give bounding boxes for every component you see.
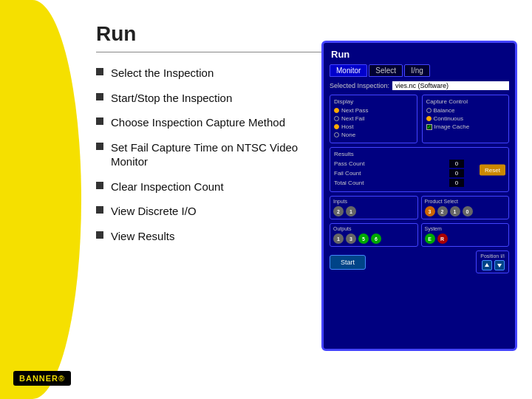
list-item: Select the Inspection [96, 66, 325, 81]
svg-marker-1 [497, 264, 502, 267]
capture-control-box: Capture Control Balance Continuous ✓ Ima… [422, 95, 510, 143]
input-dot-2: 2 [333, 206, 344, 216]
tab-ing[interactable]: I/ng [404, 64, 430, 77]
reset-button[interactable]: Reset [480, 164, 505, 175]
results-box: Results Pass Count 0 Fail Count 0 Total … [330, 147, 509, 192]
tab-select[interactable]: Select [369, 64, 403, 77]
position-box: Position I/I [476, 250, 509, 273]
selected-inspection-value: vies.nc (Software) [392, 81, 509, 90]
inputs-product-row: Inputs 2 1 Product Select 3 2 1 0 [330, 196, 509, 219]
sys-dot-r: R [437, 233, 448, 244]
inputs-dots: 2 1 [333, 206, 415, 216]
bullet-text: Choose Inspection Capture Method [111, 115, 285, 130]
system-dots: E R [425, 233, 506, 244]
bullet-text: Select the Inspection [111, 66, 214, 81]
none-label: None [341, 132, 355, 138]
host-label: Host [341, 123, 353, 130]
capture-continuous[interactable]: Continuous [426, 115, 505, 122]
inputs-box: Inputs 2 1 [330, 196, 418, 219]
bullet-text: Clear Inspection Count [111, 180, 224, 194]
image-cache-row[interactable]: ✓ Image Cache [426, 123, 505, 130]
out-dot-6: 6 [371, 233, 381, 244]
outputs-system-row: Outputs 1 3 5 6 System E R [330, 223, 509, 247]
system-box: System E R [421, 223, 510, 247]
capture-control-title: Capture Control [426, 98, 505, 105]
input-dot-1: 1 [346, 206, 356, 216]
radio-host [334, 124, 339, 129]
list-item: View Results [96, 229, 325, 244]
product-select-box: Product Select 3 2 1 0 [421, 196, 510, 219]
position-up-button[interactable] [482, 260, 492, 270]
position-title: Position I/I [480, 253, 505, 259]
outputs-dots: 1 3 5 6 [333, 233, 415, 244]
out-dot-1: 1 [333, 233, 344, 244]
bullet-icon [96, 231, 103, 239]
total-count-row: Total Count 0 [334, 179, 464, 187]
bullet-icon [96, 182, 103, 189]
tab-monitor[interactable]: Monitor [330, 64, 367, 77]
chevron-up-icon [484, 262, 490, 268]
pass-count-label: Pass Count [334, 160, 364, 167]
start-button[interactable]: Start [330, 255, 366, 270]
fail-count-label: Fail Count [334, 170, 361, 177]
bottom-controls: Start Position I/I [330, 250, 509, 273]
run-tabs: Monitor Select I/ng [330, 64, 509, 77]
display-option-next-fail[interactable]: Next Fail [334, 115, 413, 122]
bullet-text: View Results [111, 229, 174, 244]
bullet-text: View Discrete I/O [111, 204, 197, 219]
fail-count-value: 0 [449, 169, 464, 177]
display-option-none[interactable]: None [334, 132, 413, 138]
display-option-host[interactable]: Host [334, 123, 413, 130]
sys-dot-e: E [425, 233, 435, 244]
out-dot-3: 3 [346, 233, 356, 244]
results-title: Results [334, 151, 505, 157]
outputs-box: Outputs 1 3 5 6 [330, 223, 418, 247]
bullet-text: Start/Stop the Inspection [111, 91, 232, 106]
balance-label: Balance [434, 107, 455, 114]
bullet-icon [96, 93, 103, 100]
svg-marker-0 [485, 263, 489, 267]
bullet-icon [96, 117, 103, 125]
ps-dot-1: 1 [450, 206, 460, 216]
display-capture-row: Display Next Pass Next Fail Host None [330, 95, 509, 143]
display-title: Display [334, 98, 413, 105]
capture-balance[interactable]: Balance [426, 107, 505, 114]
ps-dot-0: 0 [463, 206, 473, 216]
list-item: Clear Inspection Count [96, 180, 325, 194]
selected-inspection-row: Selected Inspection: vies.nc (Software) [330, 81, 509, 90]
inputs-title: Inputs [333, 199, 415, 204]
main-content: Run Select the Inspection Start/Stop the… [74, 0, 532, 399]
list-item: Choose Inspection Capture Method [96, 115, 325, 130]
run-panel: Run Monitor Select I/ng Selected Inspect… [321, 41, 517, 351]
bullet-icon [96, 206, 103, 214]
bullet-text: Set Fail Capture Time on NTSC Video Moni… [111, 140, 325, 169]
ps-dot-2: 2 [437, 206, 448, 216]
product-select-dots: 3 2 1 0 [425, 206, 506, 216]
continuous-label: Continuous [434, 115, 463, 122]
bullet-list: Select the Inspection Start/Stop the Ins… [96, 66, 325, 243]
pass-count-value: 0 [449, 160, 464, 168]
position-down-button[interactable] [494, 260, 505, 270]
list-item: Set Fail Capture Time on NTSC Video Moni… [96, 140, 325, 169]
left-panel [0, 0, 81, 399]
fail-count-row: Fail Count 0 [334, 169, 464, 177]
display-option-next-pass[interactable]: Next Pass [334, 107, 413, 114]
image-cache-checkbox[interactable]: ✓ [426, 124, 432, 130]
system-title: System [425, 226, 506, 231]
next-pass-label: Next Pass [341, 107, 368, 114]
radio-none [334, 132, 339, 137]
total-count-label: Total Count [334, 180, 364, 186]
checkmark-icon: ✓ [427, 124, 432, 129]
pass-count-row: Pass Count 0 [334, 160, 464, 168]
run-panel-title: Run [330, 49, 509, 60]
banner-logo: BANNER® [13, 371, 71, 386]
position-arrows [482, 260, 505, 270]
display-box: Display Next Pass Next Fail Host None [330, 95, 417, 143]
outputs-title: Outputs [333, 226, 415, 231]
next-fail-label: Next Fail [341, 115, 365, 122]
chevron-down-icon [497, 262, 502, 268]
radio-next-fail [334, 116, 339, 121]
radio-next-pass [334, 108, 339, 113]
list-item: View Discrete I/O [96, 204, 325, 219]
total-count-value: 0 [449, 179, 464, 187]
